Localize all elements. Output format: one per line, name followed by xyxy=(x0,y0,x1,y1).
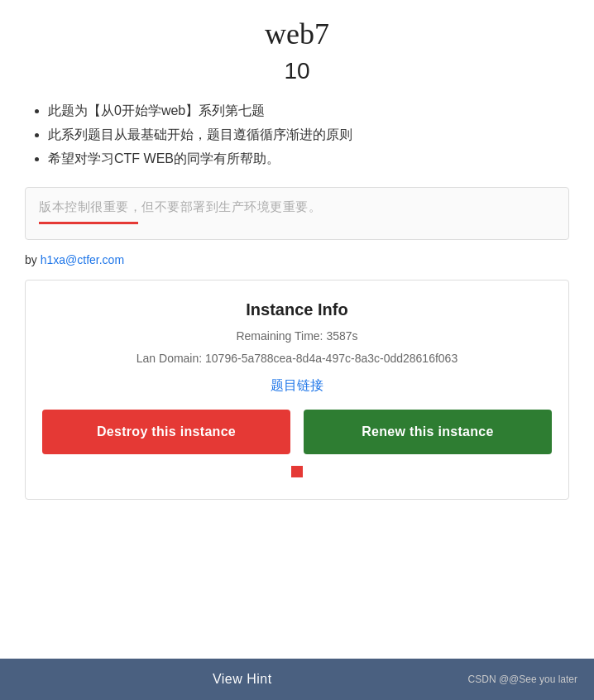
main-content: web7 10 此题为【从0开始学web】系列第七题 此系列题目从最基础开始，题… xyxy=(0,0,594,659)
score-value: 10 xyxy=(25,58,569,84)
watermark: CSDN @@See you later xyxy=(468,674,577,685)
instance-box: Instance Info Remaining Time: 3587s Lan … xyxy=(25,280,569,500)
author-label: by xyxy=(25,253,41,266)
footer-bar: View Hint CSDN @@See you later xyxy=(0,659,594,700)
page-title: web7 xyxy=(25,17,569,51)
description-list: 此题为【从0开始学web】系列第七题 此系列题目从最基础开始，题目遵循循序渐进的… xyxy=(25,99,569,170)
red-underline-decoration xyxy=(39,222,138,224)
renew-button[interactable]: Renew this instance xyxy=(304,410,552,454)
list-item: 此题为【从0开始学web】系列第七题 xyxy=(48,99,569,123)
author-line: by h1xa@ctfer.com xyxy=(25,253,569,266)
red-square-decoration xyxy=(291,466,303,477)
list-item: 此系列题目从最基础开始，题目遵循循序渐进的原则 xyxy=(48,123,569,147)
instance-title: Instance Info xyxy=(42,300,552,319)
view-hint-button[interactable]: View Hint xyxy=(17,672,468,687)
instance-buttons: Destroy this instance Renew this instanc… xyxy=(42,410,552,454)
destroy-button[interactable]: Destroy this instance xyxy=(42,410,290,454)
remaining-time: Remaining Time: 3587s xyxy=(42,328,552,345)
instance-link-container: 题目链接 xyxy=(42,377,552,395)
hint-box: 版本控制很重要，但不要部署到生产环境更重要。 xyxy=(25,187,569,240)
page-wrapper: web7 10 此题为【从0开始学web】系列第七题 此系列题目从最基础开始，题… xyxy=(0,0,594,700)
author-email-link[interactable]: h1xa@ctfer.com xyxy=(41,253,124,266)
hint-text: 版本控制很重要，但不要部署到生产环境更重要。 xyxy=(39,199,321,213)
instance-link[interactable]: 题目链接 xyxy=(271,378,323,392)
lan-domain: Lan Domain: 10796-5a788cea-8d4a-497c-8a3… xyxy=(42,350,552,367)
list-item: 希望对学习CTF WEB的同学有所帮助。 xyxy=(48,147,569,171)
